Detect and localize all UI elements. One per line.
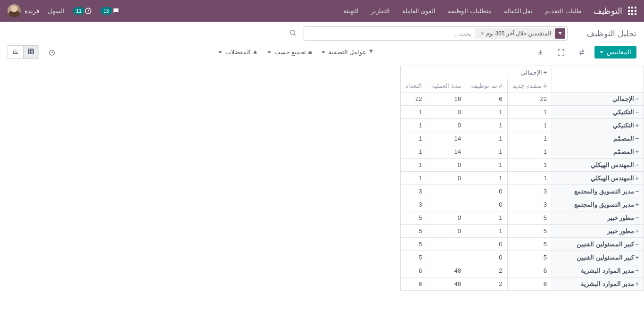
pivot-row-header[interactable]: +مطور خبير (552, 225, 644, 238)
plus-icon: + (635, 148, 639, 155)
dashboard-view-button[interactable] (44, 46, 60, 59)
pivot-wrap: +الإجمالي # متقدم جديد# تم توظيفهمدة الع… (0, 66, 644, 302)
user-menu[interactable]: فريدة (8, 4, 39, 17)
nav-config[interactable]: التهيئة (343, 8, 359, 15)
measures-button[interactable]: المقاييس (594, 46, 636, 59)
plus-icon: + (635, 280, 639, 287)
nav-job-requirements[interactable]: متطلبات الوظيفة (448, 8, 492, 15)
pivot-cell: 48 (427, 277, 466, 291)
user-name: فريدة (25, 8, 39, 15)
pivot-row-header[interactable]: +التكنيكي (552, 119, 644, 132)
pivot-cell: 22 (401, 92, 427, 106)
pivot-cell: 0 (427, 172, 466, 185)
pivot-cell: 2 (466, 264, 507, 277)
pivot-row-header[interactable]: −المصمّم (552, 132, 644, 145)
svg-rect-0 (628, 7, 630, 8)
pivot-cell: 1 (401, 159, 427, 172)
pivot-cell: 5 (401, 225, 427, 238)
metric-header[interactable]: مدة العملية (427, 79, 466, 92)
pivot-cell: 18 (427, 92, 466, 106)
pivot-cell: 22 (507, 92, 552, 106)
pivot-row-header[interactable]: +المصمّم (552, 145, 644, 159)
star-icon (253, 49, 258, 56)
pivot-cell: 1 (507, 106, 552, 119)
pivot-view-button[interactable] (23, 46, 39, 59)
apps-icon[interactable] (628, 7, 636, 15)
pivot-cell: 1 (401, 145, 427, 159)
pivot-cell: 2 (466, 277, 507, 291)
expand-all-button[interactable] (553, 46, 569, 59)
svg-rect-4 (631, 10, 633, 12)
svg-rect-1 (631, 7, 633, 8)
pivot-row-header[interactable]: −مدير التسويق والمجتمع (552, 185, 644, 198)
filters-dropdown[interactable]: عوامل التصفية (322, 49, 374, 56)
search-box[interactable]: المتقدمين خلال آخر 365 يوم × (304, 26, 568, 41)
favorites-dropdown[interactable]: المفضلات (218, 49, 258, 56)
pivot-cell (427, 238, 466, 251)
pivot-row-total[interactable]: −الإجمالي (552, 92, 644, 106)
nav-sponsorship[interactable]: نقل الكفالة (504, 8, 533, 15)
pivot-row-header[interactable]: +كبير المسئولين الفنيين (552, 251, 644, 264)
svg-rect-2 (635, 7, 636, 8)
funnel-icon (368, 49, 374, 56)
facet-remove[interactable]: × (479, 30, 486, 37)
pivot-cell: 1 (401, 132, 427, 145)
download-button[interactable] (532, 46, 548, 59)
svg-rect-12 (29, 49, 34, 54)
search-input[interactable] (306, 27, 475, 40)
plus-icon: + (635, 175, 639, 182)
nav-applications[interactable]: طلبات التقديم (545, 8, 581, 15)
filter-facet-icon (555, 28, 565, 39)
pivot-cell: 1 (507, 132, 552, 145)
svg-rect-3 (628, 10, 630, 12)
app-brand[interactable]: التوظيف (594, 6, 622, 16)
pivot-cell: 48 (427, 264, 466, 277)
plus-icon: + (635, 201, 639, 208)
nav-workforce[interactable]: القوى العاملة (402, 8, 436, 15)
messaging-menu[interactable]: 15 (100, 7, 119, 15)
avatar (8, 4, 21, 17)
pivot-row-header[interactable]: +مدير الموارد البشرية (552, 277, 644, 291)
plus-icon: + (635, 122, 639, 129)
pivot-cell: 1 (507, 119, 552, 132)
pivot-cell: 3 (401, 198, 427, 211)
pivot-row-header[interactable]: −التكنيكي (552, 106, 644, 119)
metric-header[interactable]: # متقدم جديد (507, 79, 552, 92)
pivot-corner-2 (552, 79, 644, 92)
pivot-cell: 5 (507, 251, 552, 264)
flip-axis-button[interactable] (574, 46, 590, 59)
pivot-cell: 6 (507, 277, 552, 291)
pivot-row-header[interactable]: −مدير الموارد البشرية (552, 264, 644, 277)
nav-reports[interactable]: التقارير (371, 8, 390, 15)
pivot-row-header[interactable]: −المهندس الهيكلي (552, 159, 644, 172)
pivot-cell: 6 (466, 92, 507, 106)
metric-header[interactable]: # تم توظيفه (466, 79, 507, 92)
filter-facet-label: المتقدمين خلال آخر 365 يوم × (475, 28, 555, 39)
minus-icon: − (635, 109, 639, 116)
pivot-cell: 1 (466, 145, 507, 159)
pivot-cell: 14 (427, 132, 466, 145)
minus-icon: − (635, 267, 639, 274)
pivot-cell: 6 (401, 264, 427, 277)
pivot-row-header[interactable]: −كبير المسئولين الفنيين (552, 238, 644, 251)
pivot-cell (427, 185, 466, 198)
pivot-cell: 5 (401, 211, 427, 225)
metric-header[interactable]: التعداد (401, 79, 427, 92)
activity-badge: 11 (73, 7, 84, 15)
pivot-row-header[interactable]: +مدير التسويق والمجتمع (552, 198, 644, 211)
pivot-cell: 1 (401, 172, 427, 185)
graph-view-button[interactable] (8, 46, 23, 59)
search-icon[interactable] (287, 27, 300, 40)
minus-icon: − (635, 241, 639, 248)
pivot-cell (427, 251, 466, 264)
pivot-row-header[interactable]: +المهندس الهيكلي (552, 172, 644, 185)
pivot-cell: 1 (401, 119, 427, 132)
easy-mode-link[interactable]: السهل (48, 8, 65, 15)
clock-icon (84, 7, 92, 15)
activities-menu[interactable]: 11 (73, 7, 92, 15)
pivot-row-header[interactable]: −مطور خبير (552, 211, 644, 225)
svg-rect-6 (628, 13, 630, 15)
pivot-col-total-header[interactable]: +الإجمالي (401, 66, 552, 79)
center-filter-toolbar: عوامل التصفية تجميع حسب المفضلات (218, 49, 374, 56)
groupby-dropdown[interactable]: تجميع حسب (267, 49, 312, 56)
